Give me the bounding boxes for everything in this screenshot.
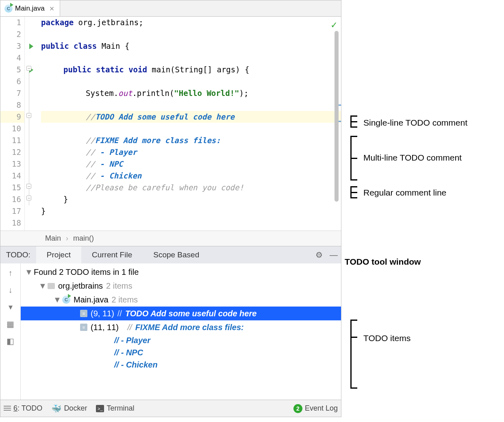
close-tab-icon[interactable]: ×	[50, 4, 54, 13]
java-file-icon: C	[4, 4, 13, 13]
filter-icon[interactable]: ▾	[4, 300, 17, 314]
code-line: public class Main {	[41, 40, 341, 52]
expand-icon[interactable]: ▼	[39, 281, 44, 291]
snippet-icon: ≡	[80, 324, 87, 331]
status-bar: 6: TODO 🐳 Docker >_ Terminal 2 Event Log	[0, 400, 341, 417]
expand-icon[interactable]: ▼	[53, 295, 59, 305]
annotation-bracket	[350, 320, 352, 389]
package-icon	[48, 283, 55, 289]
editor-tabs: C Main.java ×	[0, 0, 341, 17]
code-line: //Please be careful when you code!	[41, 182, 341, 194]
fold-toggle-icon[interactable]: −	[26, 196, 31, 200]
annotation-label: TODO tool window	[345, 257, 421, 267]
fold-toggle-icon[interactable]: −	[26, 66, 31, 71]
statusbar-todo-button[interactable]: 6: TODO	[4, 404, 42, 413]
todo-tool-window: TODO: Project Current File Scope Based ⚙…	[0, 246, 341, 400]
snippet-icon: ≡	[80, 310, 87, 317]
file-tab[interactable]: C Main.java ×	[0, 0, 60, 16]
annotation-label: TODO items	[363, 333, 411, 343]
fold-column: − − − −	[25, 17, 41, 231]
tab-filename: Main.java	[15, 4, 45, 13]
code-line	[41, 76, 341, 87]
terminal-icon: >_	[96, 405, 104, 412]
code-line: // - Chicken	[41, 170, 341, 182]
annotation-bracket	[350, 186, 352, 198]
todo-panel-label: TODO:	[0, 246, 36, 263]
breadcrumb-item[interactable]: Main	[45, 234, 61, 243]
code-line	[41, 99, 341, 111]
preview-icon[interactable]: ◧	[4, 334, 17, 348]
todo-item-sub: // - NPC	[21, 346, 341, 359]
code-line: // - NPC	[41, 158, 341, 170]
minimize-icon[interactable]: —	[326, 246, 341, 263]
todo-tabs: TODO: Project Current File Scope Based ⚙…	[0, 246, 341, 263]
editor-scrollbar[interactable]	[335, 31, 339, 202]
code-line: // - Player	[41, 146, 341, 158]
chevron-right-icon: ›	[66, 234, 68, 243]
prev-todo-icon[interactable]: ↑	[4, 266, 17, 280]
todo-tab-current-file[interactable]: Current File	[81, 246, 143, 263]
line-gutter: 123456789101112131415161718	[0, 17, 25, 231]
code-line: }	[41, 205, 341, 217]
code-line: //TODO Add some useful code here	[41, 111, 341, 123]
todo-tab-project[interactable]: Project	[36, 246, 81, 263]
expand-icon[interactable]: ▼	[25, 268, 30, 277]
code-line	[41, 123, 341, 135]
statusbar-docker-button[interactable]: 🐳 Docker	[51, 404, 87, 413]
todo-toolbar: ↑ ↓ ▾ ▦ ◧	[0, 263, 21, 400]
todo-item-row[interactable]: ≡ (9, 11) //TODO Add some useful code he…	[21, 307, 341, 320]
code-line: //FIXME Add more class files:	[41, 135, 341, 146]
gear-icon[interactable]: ⚙	[312, 246, 326, 263]
fold-toggle-icon[interactable]: −	[26, 113, 31, 118]
analysis-ok-icon[interactable]: ✓	[331, 19, 337, 30]
todo-file-row[interactable]: ▼ C Main.java 2 items	[21, 293, 341, 307]
todo-item-sub: // - Chicken	[21, 359, 341, 371]
annotation-bracket	[350, 136, 352, 181]
annotation-label: Regular comment line	[363, 188, 446, 198]
todo-tab-scope-based[interactable]: Scope Based	[143, 246, 210, 263]
todo-tree[interactable]: ▼ Found 2 TODO items in 1 file ▼ org.jet…	[21, 263, 341, 400]
breadcrumb-item[interactable]: main()	[73, 234, 94, 243]
todo-item-row[interactable]: ≡ (11, 11) //FIXME Add more class files:	[21, 320, 341, 334]
notification-badge: 2	[293, 404, 302, 413]
todo-item-sub: // - Player	[21, 334, 341, 346]
group-by-icon[interactable]: ▦	[4, 317, 17, 331]
code-line	[41, 28, 341, 40]
code-line: public static void main(String[] args) {	[41, 64, 341, 76]
code-line: package org.jetbrains;	[41, 17, 341, 28]
code-line	[41, 217, 341, 229]
statusbar-event-log-button[interactable]: 2 Event Log	[293, 404, 338, 413]
annotation-label: Multi-line TODO comment	[363, 153, 462, 163]
next-todo-icon[interactable]: ↓	[4, 283, 17, 297]
code-line	[41, 52, 341, 64]
annotation-label: Single-line TODO comment	[363, 118, 467, 128]
code-line: System.out.println("Hello World!");	[41, 87, 341, 99]
todo-summary-row[interactable]: ▼ Found 2 TODO items in 1 file	[21, 265, 341, 279]
todo-package-row[interactable]: ▼ org.jetbrains 2 items	[21, 279, 341, 293]
code-area[interactable]: ✓ package org.jetbrains; public class Ma…	[41, 17, 341, 231]
statusbar-terminal-button[interactable]: >_ Terminal	[96, 404, 134, 413]
java-file-icon: C	[62, 296, 70, 304]
ide-window: C Main.java × 12345678910111213141516171…	[0, 0, 341, 400]
code-line: }	[41, 194, 341, 205]
breadcrumb: Main › main()	[0, 231, 341, 246]
list-icon	[4, 406, 11, 411]
fold-toggle-icon[interactable]: −	[26, 184, 31, 189]
code-editor[interactable]: 123456789101112131415161718 − − − − ✓ pa…	[0, 17, 341, 231]
annotation-bracket	[350, 115, 352, 128]
docker-icon: 🐳	[51, 404, 61, 413]
